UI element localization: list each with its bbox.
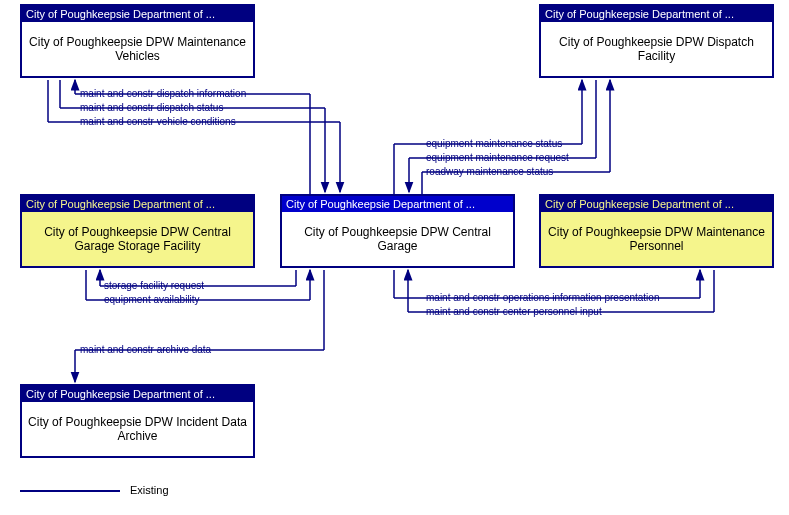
node-maintenance-vehicles[interactable]: City of Poughkeepsie Department of ... C… — [20, 4, 255, 78]
flow-label: maint and constr vehicle conditions — [80, 116, 236, 127]
node-body: City of Poughkeepsie DPW Central Garage — [282, 212, 513, 266]
node-storage-facility[interactable]: City of Poughkeepsie Department of ... C… — [20, 194, 255, 268]
node-maintenance-personnel[interactable]: City of Poughkeepsie Department of ... C… — [539, 194, 774, 268]
flow-label: maint and constr center personnel input — [426, 306, 602, 317]
flow-label: maint and constr operations information … — [426, 292, 659, 303]
node-body: City of Poughkeepsie DPW Central Garage … — [22, 212, 253, 266]
node-header: City of Poughkeepsie Department of ... — [541, 6, 772, 22]
node-body: City of Poughkeepsie DPW Incident Data A… — [22, 402, 253, 456]
node-header: City of Poughkeepsie Department of ... — [282, 196, 513, 212]
flow-label: maint and constr dispatch status — [80, 102, 223, 113]
flow-label: roadway maintenance status — [426, 166, 553, 177]
flow-label: equipment maintenance status — [426, 138, 562, 149]
legend-line-existing — [20, 490, 120, 492]
flow-label: equipment maintenance request — [426, 152, 569, 163]
node-dispatch-facility[interactable]: City of Poughkeepsie Department of ... C… — [539, 4, 774, 78]
node-header: City of Poughkeepsie Department of ... — [22, 386, 253, 402]
node-central-garage[interactable]: City of Poughkeepsie Department of ... C… — [280, 194, 515, 268]
legend-label-existing: Existing — [130, 484, 169, 496]
flow-label: maint and constr dispatch information — [80, 88, 246, 99]
node-body: City of Poughkeepsie DPW Maintenance Per… — [541, 212, 772, 266]
node-body: City of Poughkeepsie DPW Dispatch Facili… — [541, 22, 772, 76]
node-body: City of Poughkeepsie DPW Maintenance Veh… — [22, 22, 253, 76]
node-header: City of Poughkeepsie Department of ... — [541, 196, 772, 212]
flow-label: equipment availability — [104, 294, 200, 305]
node-header: City of Poughkeepsie Department of ... — [22, 6, 253, 22]
flow-label: storage facility request — [104, 280, 204, 291]
flow-label: maint and constr archive data — [80, 344, 211, 355]
node-incident-archive[interactable]: City of Poughkeepsie Department of ... C… — [20, 384, 255, 458]
node-header: City of Poughkeepsie Department of ... — [22, 196, 253, 212]
